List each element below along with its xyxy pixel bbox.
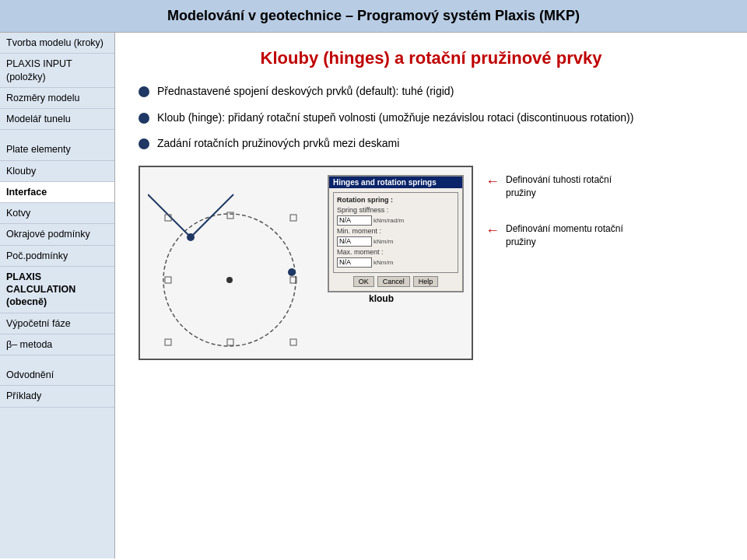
bullet-dot-1 bbox=[139, 86, 149, 97]
bullet-item-3: Zadání rotačních pružinových prvků mezi … bbox=[139, 136, 724, 152]
main-content: Klouby (hinges) a rotační pružinové prvk… bbox=[115, 33, 747, 558]
page-title: Klouby (hinges) a rotační pružinové prvk… bbox=[139, 48, 724, 68]
sidebar-item-beta-metoda[interactable]: β– metoda bbox=[0, 334, 114, 355]
bullet-item-2: Kloub (hinge): přidaný rotační stupeň vo… bbox=[139, 110, 724, 126]
sidebar-spacer bbox=[0, 355, 114, 365]
sidebar-item-plaxis-calculation[interactable]: PLAXIS CALCULATION (obecně) bbox=[0, 267, 114, 313]
svg-rect-11 bbox=[227, 212, 233, 219]
sidebar-item-modelar-tunelu[interactable]: Modelář tunelu bbox=[0, 109, 114, 130]
sidebar-item-odvodneni[interactable]: Odvodnění bbox=[0, 365, 114, 386]
arrow-icon-2: ← bbox=[486, 222, 500, 239]
min-moment-unit: kNm/m bbox=[374, 238, 397, 245]
sidebar-item-interface[interactable]: Interface bbox=[0, 182, 114, 203]
svg-rect-10 bbox=[227, 339, 233, 345]
bullet-dot-2 bbox=[139, 113, 149, 124]
sidebar-item-tvorba-modelu[interactable]: Tvorba modelu (kroky) bbox=[0, 33, 114, 54]
svg-line-3 bbox=[148, 194, 191, 237]
sidebar-spacer bbox=[0, 130, 114, 139]
annotation-text-1: Definování tuhosti rotační pružiny bbox=[506, 173, 630, 200]
annotation-text-2: Definování momentu rotační pružiny bbox=[506, 222, 630, 249]
sidebar-item-priklady[interactable]: Příklady bbox=[0, 386, 114, 407]
bullet-text-2: Kloub (hinge): přidaný rotační stupeň vo… bbox=[157, 110, 633, 126]
hinge-dialog-title: Hinges and rotation springs bbox=[329, 177, 462, 188]
svg-point-1 bbox=[226, 277, 233, 283]
hinge-dialog: Hinges and rotation springs Rotation spr… bbox=[328, 175, 464, 292]
svg-point-5 bbox=[288, 268, 296, 276]
spring-stiffness-label: Spring stiffness : bbox=[337, 206, 454, 214]
min-moment-input-row: kNm/m bbox=[337, 236, 454, 247]
min-moment-row: Min. moment : bbox=[337, 227, 454, 235]
ok-button[interactable]: OK bbox=[353, 276, 374, 287]
svg-rect-7 bbox=[290, 215, 296, 221]
min-moment-label: Min. moment : bbox=[337, 227, 454, 235]
spring-stiffness-input-row: kNm/rad/m bbox=[337, 215, 454, 226]
sidebar-item-rozmery-modelu[interactable]: Rozměry modelu bbox=[0, 88, 114, 109]
kloub-label: kloub bbox=[369, 293, 394, 304]
sidebar-item-kotvy[interactable]: Kotvy bbox=[0, 203, 114, 224]
svg-rect-9 bbox=[290, 339, 296, 345]
min-moment-input[interactable] bbox=[337, 236, 372, 247]
sidebar-item-vypocetni-faze[interactable]: Výpočetní fáze bbox=[0, 313, 114, 334]
diagram-box: kloub Hinges and rotation springs Rotati… bbox=[139, 166, 473, 360]
annotations-area: ← Definování tuhosti rotační pružiny ← D… bbox=[486, 166, 630, 249]
rotation-spring-label: Rotation spring : bbox=[337, 196, 454, 204]
max-moment-input-row: kNm/m bbox=[337, 257, 454, 268]
annotation-1: ← Definování tuhosti rotační pružiny bbox=[486, 173, 630, 200]
bullet-text-3: Zadání rotačních pružinových prvků mezi … bbox=[157, 136, 399, 152]
circle-diagram-svg bbox=[148, 171, 311, 358]
sidebar: Tvorba modelu (kroky)PLAXIS INPUT (polož… bbox=[0, 33, 115, 558]
max-moment-input[interactable] bbox=[337, 257, 372, 268]
bullet-dot-3 bbox=[139, 138, 149, 149]
cancel-button[interactable]: Cancel bbox=[377, 276, 410, 287]
sidebar-item-poc-podminky[interactable]: Poč.podmínky bbox=[0, 246, 114, 267]
dialog-buttons: OK Cancel Help bbox=[333, 276, 458, 287]
spring-stiffness-row: Spring stiffness : bbox=[337, 206, 454, 214]
header-title: Modelování v geotechnice – Programový sy… bbox=[167, 8, 580, 23]
max-moment-row: Max. moment : bbox=[337, 248, 454, 256]
sidebar-item-klouby[interactable]: Klouby bbox=[0, 161, 114, 182]
arrow-icon-1: ← bbox=[486, 173, 500, 190]
sidebar-item-plate-elementy[interactable]: Plate elementy bbox=[0, 139, 114, 160]
spring-stiffness-input[interactable] bbox=[337, 215, 372, 226]
sidebar-item-plaxis-input[interactable]: PLAXIS INPUT (položky) bbox=[0, 54, 114, 88]
rotation-spring-group: Rotation spring : Spring stiffness : kNm… bbox=[333, 192, 458, 273]
spring-stiffness-unit: kNm/rad/m bbox=[374, 217, 397, 224]
help-button[interactable]: Help bbox=[413, 276, 439, 287]
bullet-item-1: Přednastavené spojení deskových prvků (d… bbox=[139, 84, 724, 100]
annotation-2: ← Definování momentu rotační pružiny bbox=[486, 222, 630, 249]
max-moment-unit: kNm/m bbox=[374, 259, 397, 266]
bullet-text-1: Přednastavené spojení deskových prvků (d… bbox=[157, 84, 454, 100]
max-moment-label: Max. moment : bbox=[337, 248, 454, 256]
sidebar-item-okrajove-podminky[interactable]: Okrajové podmínky bbox=[0, 224, 114, 245]
diagram-area: kloub Hinges and rotation springs Rotati… bbox=[139, 166, 724, 360]
svg-rect-8 bbox=[165, 339, 171, 345]
page-header: Modelování v geotechnice – Programový sy… bbox=[0, 0, 747, 33]
svg-rect-12 bbox=[165, 277, 171, 283]
